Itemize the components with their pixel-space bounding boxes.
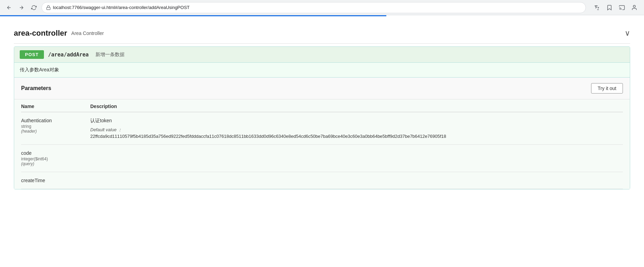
param-desc-col-createtime — [90, 178, 623, 183]
col-description-header: Description — [90, 104, 623, 109]
section-title: area-controller — [14, 29, 67, 38]
svg-rect-0 — [47, 7, 50, 9]
param-default-value-auth: 22ffcda9cd11110579f5b4185d35a756ed9222fe… — [90, 134, 623, 139]
url-bar[interactable]: localhost:7766/swagger-ui.html#/area-con… — [42, 2, 586, 13]
param-name-auth: Authentication — [21, 118, 90, 123]
lock-icon — [46, 5, 51, 10]
try-it-out-button[interactable]: Try it out — [591, 83, 623, 94]
param-type-code: integer($int64) — [21, 157, 90, 161]
translate-button[interactable] — [591, 2, 602, 13]
section-title-group: area-controller Area Controller — [14, 29, 104, 38]
section-subtitle: Area Controller — [71, 30, 104, 36]
profile-button[interactable] — [629, 2, 640, 13]
svg-point-2 — [633, 5, 635, 7]
api-card: POST /area/addArea 新增一条数据 传入参数Area对象 Par… — [14, 46, 630, 189]
param-name-col-auth: Authentication string (header) — [21, 118, 90, 139]
url-text: localhost:7766/swagger-ui.html#/area-con… — [53, 5, 581, 10]
param-row-authentication: Authentication string (header) 认证token D… — [21, 112, 623, 145]
browser-bar: localhost:7766/swagger-ui.html#/area-con… — [0, 0, 644, 15]
param-name-code: code — [21, 150, 90, 156]
params-table: Name Description Authentication string (… — [14, 99, 630, 189]
param-location-code: (query) — [21, 161, 90, 166]
method-badge: POST — [20, 50, 44, 59]
browser-toolbar — [591, 2, 640, 13]
endpoint-description: 新增一条数据 — [95, 52, 125, 58]
page-content: area-controller Area Controller ∨ POST /… — [0, 16, 644, 196]
param-name-col-createtime: createTime — [21, 178, 90, 183]
api-description-text: 传入参数Area对象 — [20, 67, 59, 72]
section-header: area-controller Area Controller ∨ — [14, 23, 630, 44]
api-description-section: 传入参数Area对象 — [14, 63, 630, 78]
bookmark-button[interactable] — [604, 2, 615, 13]
param-desc-col-code — [90, 150, 623, 166]
param-name-createtime: createTime — [21, 178, 90, 183]
param-default-label-auth: Default value ： — [90, 127, 623, 133]
param-label-auth: 认证token — [90, 118, 623, 124]
parameters-title: Parameters — [21, 85, 51, 91]
params-table-header: Name Description — [21, 99, 623, 112]
param-row-code: code integer($int64) (query) — [21, 145, 623, 172]
reload-button[interactable] — [29, 3, 39, 12]
endpoint-header[interactable]: POST /area/addArea 新增一条数据 — [14, 47, 630, 63]
collapse-icon[interactable]: ∨ — [625, 29, 630, 38]
param-desc-col-auth: 认证token Default value ： 22ffcda9cd111105… — [90, 118, 623, 139]
endpoint-path: /area/addArea — [48, 52, 89, 58]
param-type-auth: string — [21, 124, 90, 129]
parameters-section: Parameters Try it out Name Description A… — [14, 78, 630, 189]
param-name-col-code: code integer($int64) (query) — [21, 150, 90, 166]
forward-button[interactable] — [17, 3, 26, 12]
back-button[interactable] — [4, 3, 14, 12]
parameters-header: Parameters Try it out — [14, 78, 630, 99]
param-location-auth: (header) — [21, 129, 90, 134]
col-name-header: Name — [21, 104, 90, 109]
cast-button[interactable] — [616, 2, 627, 13]
param-row-createtime: createTime — [21, 172, 623, 189]
